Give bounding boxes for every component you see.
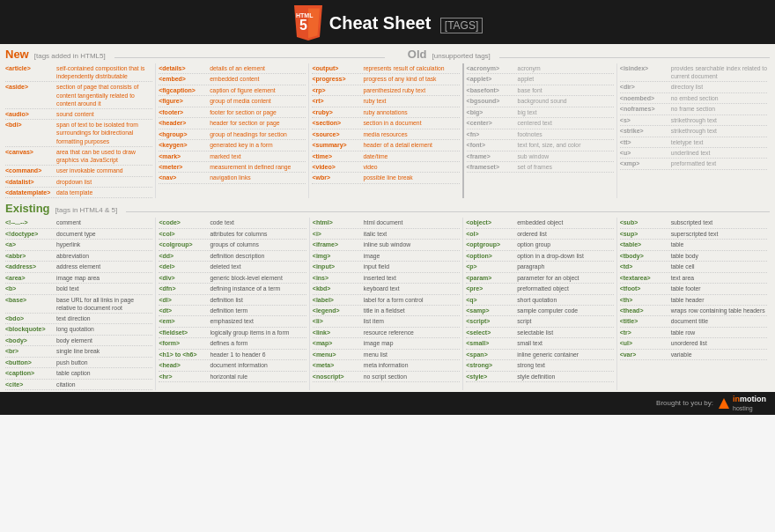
tags-badge: [TAGS] [440,18,483,33]
tag-meta: <meta>meta information [313,360,460,371]
tag-doctype: <!doctype>document type [5,229,152,240]
tag-ruby: <ruby>ruby annotations [312,107,459,118]
existing-section-header-row: Existing [tags in HTML4 & 5] [5,202,770,215]
tag-font: <font>text font, size, and color [467,140,614,151]
new-col-2: <details>details of an element <embed>em… [155,63,308,198]
footer: Brought to you by: inmotion hosting [0,392,775,415]
tag-blockquote: <blockquote>long quotation [5,324,152,335]
tag-isindex: <isindex>provides searchable index relat… [620,63,767,82]
tag-time: <time>date/time [312,151,459,162]
brought-to-you-text: Brought to you by: [656,399,713,407]
tag-iframe: <iframe>inline sub window [313,240,460,250]
tag-audio: <audio>sound content [5,109,152,120]
tag-var: <var>variable [620,350,767,360]
new-old-columns: <article>self-contained composition that… [5,63,770,198]
header: 5 HTML Cheat Sheet [TAGS] [0,0,775,44]
tag-s: <s>strikethrough text [620,115,767,126]
new-section-label: New [5,48,29,61]
tag-big: <big>big text [467,107,614,118]
brand-name: inmotion hosting [733,395,766,412]
svg-marker-4 [719,398,729,409]
existing-col-4: <object>embedded object <ol>ordered list… [462,218,616,389]
tag-bdi: <bdi>span of text to be isolated from su… [5,120,152,147]
tag-dd: <dd>definition description [159,251,306,262]
tag-wbr: <wbr>possible line break [312,173,459,183]
tag-thead: <thead>wraps row containing table header… [620,306,767,316]
tag-img: <img>image [313,251,460,262]
svg-text:5: 5 [299,18,307,33]
tag-head: <head>document information [159,360,306,371]
tag-pre: <pre>preformatted object [466,284,613,294]
tag-map: <map>image map [313,338,460,349]
tag-figure: <figure>group of media content [159,96,306,107]
tag-article: <article>self-contained composition that… [5,63,152,82]
existing-section-label: Existing [5,202,50,215]
tag-details: <details>details of an element [159,63,306,74]
tag-table: <table>table [620,240,767,250]
tag-kbd: <kbd>keyboard text [313,284,460,294]
tag-optgroup: <optgroup>option group [466,240,613,250]
tag-span: <span>inline generic container [466,350,613,360]
tag-a: <a>hyperlink [5,240,152,250]
tag-label: <label>label for a form control [313,295,460,306]
tag-section: <section>section in a document [312,118,459,129]
tag-mark: <mark>marked text [159,151,306,162]
brand-logo: inmotion hosting [717,395,766,412]
tag-header: <header>header for section or page [159,118,306,129]
tag-option: <option>option in a drop-down list [466,251,613,262]
tag-textarea: <textarea>text area [620,273,767,284]
tag-del: <del>deleted text [159,262,306,272]
tag-button: <button>push button [5,358,152,368]
tag-dt: <dt>definition term [159,306,306,316]
tag-th: <th>table header [620,295,767,306]
tag-embed: <embed>embedded content [159,74,306,85]
existing-col-2: <code>code text <col>attributes for colu… [155,218,308,389]
tag-summary: <summary>header of a detail element [312,140,459,151]
tag-output: <output>represents result of calculation [312,63,459,74]
tag-param: <param>parameter for an object [466,273,613,284]
tag-div: <div>generic block-level element [159,273,306,284]
tag-script: <script>script [466,316,613,327]
tag-menu: <menu>menu list [313,350,460,360]
tag-i: <i>italic text [313,229,460,240]
existing-columns: <!--...-->comment <!doctype>document typ… [5,218,770,389]
tag-q: <q>short quotation [466,295,613,306]
header-text: Cheat Sheet [TAGS] [329,13,483,33]
tag-noscript: <noscript>no script section [313,372,460,382]
tag-xmp: <xmp>preformatted text [620,159,767,169]
tag-fieldset: <fieldset>logically group items in a for… [159,328,306,338]
main-content: New [tags added in HTML5] Old [unsupport… [0,44,775,392]
old-section-label: Old [408,48,427,61]
tag-small: <small>small text [466,338,613,349]
tag-link: <link>resource reference [313,328,460,338]
tag-colgroup: <colgroup>groups of columns [159,240,306,250]
existing-col-1: <!--...-->comment <!doctype>document typ… [5,218,155,389]
html5-badge-icon: 5 HTML [292,5,324,41]
tag-rt: <rt>ruby text [312,96,459,107]
tag-canvas: <canvas>area that can be used to draw gr… [5,147,152,166]
tag-noframes: <noframes>no frame section [620,104,767,115]
page: 5 HTML Cheat Sheet [TAGS] New [tags adde… [0,0,775,532]
tag-input: <input>input field [313,262,460,272]
tag-tbody: <tbody>table body [620,251,767,262]
tag-html: <html>html document [313,218,460,228]
tag-dl: <dl>definition list [159,295,306,306]
svg-text:HTML: HTML [296,12,314,18]
tag-col: <col>attributes for columns [159,229,306,240]
tag-samp: <samp>sample computer code [466,306,613,316]
tag-hr: <hr>horizontal rule [159,372,306,382]
tag-footer: <footer>footer for section or page [159,107,306,118]
tag-ol: <ol>ordered list [466,229,613,240]
tag-figcaption: <figcaption>caption of figure element [159,85,306,96]
tag-progress: <progress>progress of any kind of task [312,74,459,85]
tag-object: <object>embedded object [466,218,613,228]
tag-u: <u>underlined text [620,148,767,159]
tag-em: <em>emphasized text [159,316,306,327]
existing-col-3: <html>html document <i>italic text <ifra… [309,218,462,389]
tag-b: <b>bold text [5,284,152,294]
tag-acronym: <acronym>acronym [467,63,614,74]
header-logo: 5 HTML Cheat Sheet [TAGS] [292,5,483,41]
old-col-1: <acronym>acronym <applet>applet <basefon… [462,63,616,198]
tag-address: <address>address element [5,262,152,272]
tag-frameset: <frameset>set of frames [467,162,614,173]
